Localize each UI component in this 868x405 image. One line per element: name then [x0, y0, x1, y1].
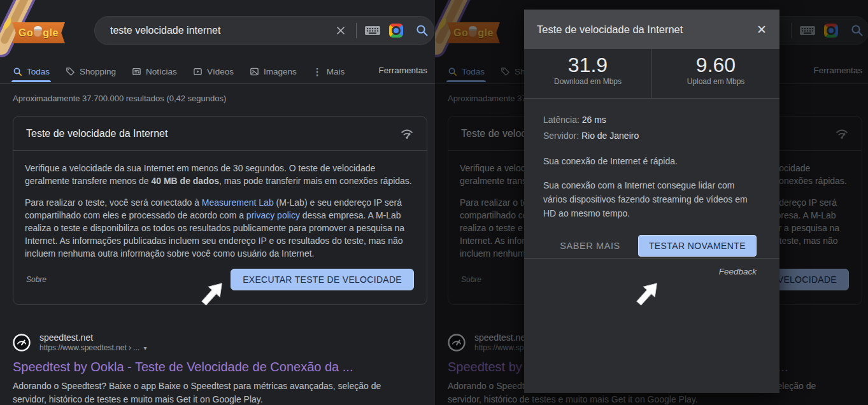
upload-stat: 9.60 Upload em Mbps [651, 49, 779, 98]
download-label: Download em Mbps [524, 77, 651, 86]
speed-card-paragraph-1: Verifique a velocidade da sua Internet e… [25, 162, 415, 187]
result-title-link[interactable]: Speedtest by Ookla - Teste de Velocidade… [13, 360, 395, 374]
upload-value: 9.60 [652, 53, 779, 77]
speed-card-title: Teste de velocidade da Internet [26, 128, 400, 139]
dialog-divider [524, 258, 779, 259]
close-icon[interactable]: ✕ [757, 24, 767, 36]
screen: Gogle teste velocidade internet [0, 0, 868, 405]
result-site-name[interactable]: speedtest.net [39, 332, 146, 343]
tab-videos[interactable]: Vídeos [193, 67, 234, 76]
privacy-policy-link[interactable]: privacy policy [246, 210, 300, 220]
clear-search-icon[interactable] [334, 24, 348, 38]
doodle-face-icon [34, 29, 42, 37]
result-url[interactable]: https://www.speedtest.net › ...▾ [39, 343, 146, 353]
search-input[interactable]: teste velocidade internet [110, 17, 220, 45]
test-again-button[interactable]: TESTAR NOVAMENTE [638, 235, 757, 257]
google-lens-icon[interactable] [389, 24, 403, 38]
right-pane: Gogle teste velocidade internet [435, 0, 868, 405]
tab-mais[interactable]: ⋮ Mais [313, 67, 345, 76]
run-speed-test-button[interactable]: EXECUTAR TESTE DE VELOCIDADE [231, 269, 414, 290]
tools-button[interactable]: Ferramentas [378, 66, 427, 75]
keyboard-icon[interactable] [364, 25, 381, 36]
results-tabs: Todas Shopping Notícias Vídeos Imagens ⋮… [13, 61, 345, 82]
latency-line: Latência: 26 ms [543, 112, 757, 128]
tabs-divider [0, 83, 435, 84]
about-link[interactable]: Sobre [26, 275, 231, 284]
more-dots-icon: ⋮ [313, 67, 322, 76]
google-doodle-logo[interactable]: Gogle [12, 22, 65, 43]
caret-down-icon[interactable]: ▾ [143, 345, 146, 352]
search-results-page: Gogle teste velocidade internet [0, 0, 435, 405]
results-stats: Aproximadamente 37.700.000 resultados (0… [13, 94, 226, 103]
result-source[interactable]: speedtest.net https://www.speedtest.net … [39, 332, 146, 353]
measurement-lab-link[interactable]: Measurement Lab [202, 197, 274, 208]
search-box-divider [356, 23, 357, 38]
tab-shopping[interactable]: Shopping [66, 67, 116, 76]
search-submit-icon[interactable] [415, 24, 429, 38]
speed-test-result-dialog: Teste de velocidade da Internet ✕ 31.9 D… [524, 10, 779, 393]
download-value: 31.9 [524, 53, 651, 77]
logo-text-suffix: gle [43, 27, 59, 39]
download-stat: 31.9 Download em Mbps [524, 49, 651, 98]
upload-label: Upload em Mbps [652, 77, 779, 86]
server-line: Servidor: Rio de Janeiro [543, 128, 757, 144]
speedtest-favicon [13, 334, 31, 352]
feedback-link[interactable]: Feedback [719, 267, 757, 276]
data-amount-bold: 40 MB de dados [151, 176, 219, 186]
speed-stats: 31.9 Download em Mbps 9.60 Upload em Mbp… [524, 49, 779, 99]
result-snippet: Adorando o Speedtest? Baixe o app Baixe … [13, 380, 387, 405]
tab-noticias[interactable]: Notícias [132, 67, 177, 76]
logo-text-prefix: Go [18, 27, 33, 39]
connection-verdict: Sua conexão de Internet é rápida. [543, 155, 757, 167]
wifi-speed-icon [400, 127, 414, 139]
speed-card-paragraph-2: Para realizar o teste, você será conecta… [25, 196, 415, 260]
search-result: speedtest.net https://www.speedtest.net … [13, 332, 395, 405]
tab-todas[interactable]: Todas [13, 67, 50, 76]
connection-detail: Sua conexão com a Internet consegue lida… [543, 178, 755, 220]
tab-imagens[interactable]: Imagens [250, 67, 297, 76]
dialog-title: Teste de velocidade da Internet [537, 24, 757, 36]
learn-more-button[interactable]: SABER MAIS [560, 241, 620, 251]
search-box[interactable]: teste velocidade internet [94, 16, 434, 45]
speed-test-card: Teste de velocidade da Internet Verifiqu… [13, 116, 427, 305]
